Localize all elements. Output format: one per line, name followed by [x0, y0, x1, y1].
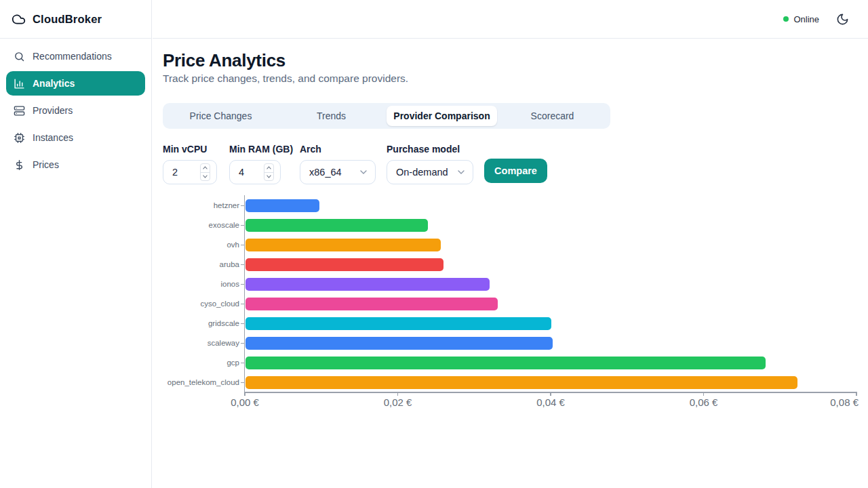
filter-label: Purchase model — [387, 144, 473, 155]
x-tick-label: 0,06 € — [690, 396, 718, 408]
chevron-down-icon — [358, 167, 369, 178]
y-axis-line — [244, 195, 245, 392]
stepper-up-icon[interactable] — [264, 164, 273, 173]
stepper-down-icon[interactable] — [264, 173, 273, 181]
sidebar: CloudBroker RecommendationsAnalyticsProv… — [0, 0, 152, 488]
y-tick-label: gridscale — [208, 319, 239, 327]
field-value: 2 — [172, 167, 178, 178]
field-value: x86_64 — [309, 167, 342, 178]
y-tick-label: exoscale — [209, 221, 239, 229]
app-logo: CloudBroker — [0, 0, 151, 39]
field-value: 4 — [239, 167, 244, 178]
min-vcpu-input[interactable]: 2 — [163, 160, 217, 184]
sidebar-item-recommendations[interactable]: Recommendations — [6, 44, 145, 68]
y-tick-label: scaleway — [208, 339, 239, 347]
y-tick-label: ovh — [226, 241, 239, 249]
sidebar-item-instances[interactable]: Instances — [6, 125, 145, 150]
bar-ionos — [245, 278, 490, 291]
sidebar-item-analytics[interactable]: Analytics — [6, 71, 145, 96]
x-tick-mark — [550, 392, 551, 396]
bar-cyso_cloud — [245, 298, 498, 310]
status-label: Online — [793, 14, 819, 24]
tab-trends[interactable]: Trends — [276, 106, 387, 126]
x-tick-mark — [856, 392, 857, 396]
x-tick-label: 0,04 € — [536, 396, 565, 408]
tab-provider-comparison[interactable]: Provider Comparison — [387, 106, 497, 126]
cpu-icon — [14, 132, 25, 144]
app-root: CloudBroker RecommendationsAnalyticsProv… — [0, 0, 868, 488]
compare-button[interactable]: Compare — [484, 159, 547, 183]
number-stepper[interactable] — [200, 163, 210, 181]
x-tick-label: 0,00 € — [231, 396, 259, 408]
sidebar-item-providers[interactable]: Providers — [6, 98, 145, 123]
y-tick-label: ionos — [221, 280, 240, 288]
filter-label: Min RAM (GB) — [229, 144, 293, 155]
topbar: Online — [153, 0, 868, 39]
y-tick-label: gcp — [226, 359, 239, 367]
y-tick-label: open_telekom_cloud — [167, 378, 239, 386]
server-icon — [14, 105, 25, 117]
dark-mode-toggle[interactable] — [836, 13, 849, 26]
filter-label: Min vCPU — [163, 144, 217, 155]
y-tick-label: cyso_cloud — [200, 300, 239, 308]
filter-arch: Archx86_64 — [300, 144, 376, 184]
x-tick-mark — [397, 392, 399, 396]
y-tick-label: aruba — [220, 260, 239, 268]
bar-open_telekom_cloud — [245, 376, 797, 389]
stepper-down-icon[interactable] — [201, 173, 210, 181]
bar-exoscale — [245, 219, 428, 232]
bar-chart-icon — [14, 78, 25, 89]
tab-bar: Price ChangesTrendsProvider ComparisonSc… — [163, 103, 610, 129]
chevron-down-icon — [456, 167, 467, 178]
stepper-up-icon[interactable] — [201, 164, 210, 173]
page-subtitle: Track price changes, trends, and compare… — [163, 73, 408, 85]
app-title: CloudBroker — [33, 13, 102, 26]
x-tick-label: 0,08 € — [830, 396, 859, 408]
cloud-icon — [12, 12, 26, 26]
bar-gridscale — [245, 317, 551, 330]
filter-min-ram: Min RAM (GB)4 — [229, 144, 293, 184]
number-stepper[interactable] — [264, 163, 274, 181]
online-dot-icon — [783, 16, 789, 22]
sidebar-item-prices[interactable]: Prices — [6, 152, 145, 177]
x-tick-label: 0,02 € — [384, 396, 412, 408]
tab-price-changes[interactable]: Price Changes — [165, 106, 276, 126]
bar-gcp — [245, 357, 766, 369]
y-tick-label: hetzner — [214, 201, 239, 209]
sidebar-nav: RecommendationsAnalyticsProvidersInstanc… — [0, 39, 151, 182]
status-badge: Online — [783, 14, 819, 24]
filter-label: Arch — [300, 144, 376, 155]
sidebar-item-label: Instances — [33, 132, 73, 143]
field-value: On-demand — [396, 167, 448, 178]
filter-purchase-model: Purchase modelOn-demand — [387, 144, 473, 184]
bar-scaleway — [245, 337, 553, 350]
bar-aruba — [245, 258, 443, 271]
x-tick-mark — [703, 392, 705, 396]
bar-ovh — [245, 239, 441, 251]
min-ram-input[interactable]: 4 — [229, 160, 281, 184]
bar-hetzner — [245, 199, 319, 212]
sidebar-item-label: Prices — [33, 159, 59, 170]
search-icon — [14, 51, 25, 62]
tab-scorecard[interactable]: Scorecard — [497, 106, 608, 126]
arch-select[interactable]: x86_64 — [300, 160, 376, 184]
dollar-icon — [14, 159, 25, 171]
x-tick-mark — [244, 392, 245, 396]
filter-min-vcpu: Min vCPU2 — [163, 144, 217, 184]
page-title: Price Analytics — [163, 50, 285, 71]
sidebar-item-label: Analytics — [33, 78, 75, 89]
sidebar-item-label: Recommendations — [33, 51, 112, 62]
purchase-model-select[interactable]: On-demand — [387, 160, 473, 184]
sidebar-item-label: Providers — [33, 105, 73, 116]
